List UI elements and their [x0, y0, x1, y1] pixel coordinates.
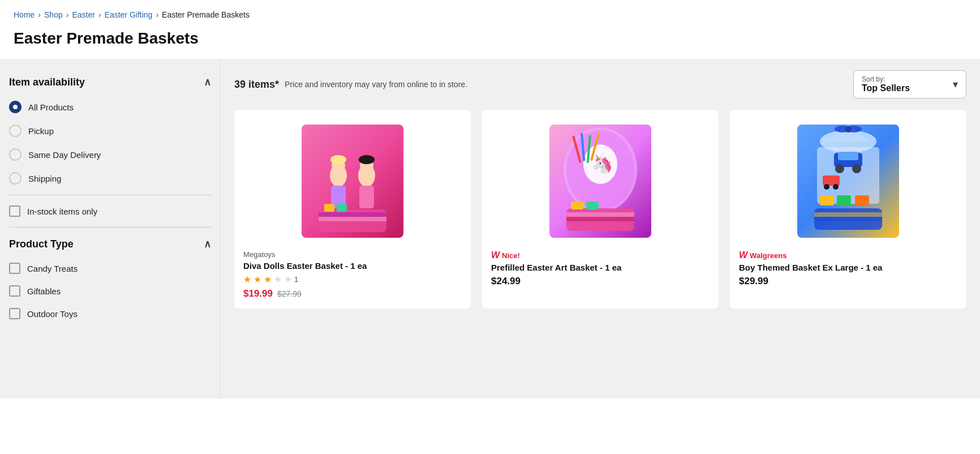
- radio-all-products-label: All Products: [28, 102, 74, 112]
- product-stars-1: ★ ★ ★ ★ ★ 1: [243, 274, 462, 285]
- breadcrumb-easter[interactable]: Easter: [72, 10, 94, 19]
- star-1-1: ★: [243, 274, 251, 285]
- radio-shipping: [9, 172, 22, 185]
- item-availability-header[interactable]: Item availability ∧: [9, 70, 211, 95]
- breadcrumb-home[interactable]: Home: [14, 10, 35, 19]
- filter-instock-only[interactable]: In-stock items only: [9, 200, 211, 222]
- product-name-text-2: Prefilled Easter Art Basket: [491, 263, 598, 272]
- svg-rect-1: [319, 212, 386, 217]
- filter-section-item-availability: Item availability ∧ All Products Pickup …: [9, 70, 211, 228]
- results-count-suffix: items*: [248, 79, 279, 90]
- svg-rect-11: [324, 204, 334, 212]
- svg-rect-43: [814, 212, 882, 217]
- product-svg-1: [307, 125, 398, 238]
- product-type-chevron: ∧: [204, 238, 211, 250]
- radio-same-day-delivery-label: Same Day Delivery: [28, 150, 101, 160]
- walgreens-w-icon-2: W: [491, 250, 500, 260]
- sort-content: Sort by: Top Sellers: [862, 75, 947, 93]
- filter-same-day-delivery[interactable]: Same Day Delivery: [9, 143, 211, 166]
- svg-rect-22: [566, 212, 634, 217]
- sort-value: Top Sellers: [862, 83, 947, 93]
- svg-rect-25: [586, 202, 599, 209]
- product-card-1[interactable]: Megatoys Diva Dolls Easter Basket - 1 ea…: [234, 110, 471, 309]
- results-count-number: 39: [234, 79, 246, 90]
- product-brand-1: Megatoys: [243, 250, 462, 259]
- price-regular-3: $29.99: [739, 276, 768, 287]
- product-type-header[interactable]: Product Type ∧: [9, 232, 211, 257]
- price-original-1: $27.99: [277, 289, 302, 298]
- product-size-2: - 1 ea: [600, 263, 621, 272]
- divider-2: [9, 227, 211, 228]
- filter-pickup[interactable]: Pickup: [9, 119, 211, 143]
- product-name-2: Prefilled Easter Art Basket - 1 ea: [491, 263, 710, 272]
- breadcrumb-current: Easter Premade Baskets: [162, 10, 250, 19]
- svg-rect-40: [837, 195, 851, 205]
- main-layout: Item availability ∧ All Products Pickup …: [0, 59, 980, 399]
- product-card-2[interactable]: 🦄: [482, 110, 719, 309]
- checkbox-instock: [9, 205, 20, 217]
- product-img-placeholder-3: [797, 125, 899, 238]
- product-area: 39 items* Price and inventory may vary f…: [221, 59, 980, 399]
- results-info: 39 items* Price and inventory may vary f…: [234, 79, 467, 91]
- svg-rect-41: [855, 195, 869, 205]
- breadcrumb-shop[interactable]: Shop: [44, 10, 63, 19]
- product-grid: Megatoys Diva Dolls Easter Basket - 1 ea…: [234, 110, 966, 309]
- walgreens-w-icon-3: W: [739, 250, 747, 260]
- results-bar: 39 items* Price and inventory may vary f…: [234, 70, 966, 98]
- checkbox-giftables-label: Giftables: [27, 286, 61, 296]
- breadcrumb-easter-gifting[interactable]: Easter Gifting: [105, 10, 153, 19]
- star-1-3: ★: [264, 274, 272, 285]
- svg-text:🦄: 🦄: [592, 154, 613, 174]
- svg-rect-23: [566, 217, 634, 221]
- price-row-3: $29.99: [739, 276, 957, 287]
- svg-rect-36: [823, 175, 840, 186]
- sort-chevron-icon: ▾: [953, 78, 958, 91]
- star-1-4: ★: [274, 274, 282, 285]
- svg-point-38: [833, 184, 839, 190]
- svg-point-10: [359, 155, 375, 164]
- svg-rect-24: [571, 202, 583, 209]
- sidebar: Item availability ∧ All Products Pickup …: [0, 59, 221, 399]
- product-svg-3: [803, 125, 893, 238]
- walgreens-label-3: Walgreens: [750, 251, 786, 260]
- review-count-1: 1: [294, 275, 298, 284]
- svg-point-37: [824, 184, 829, 190]
- filter-candy-treats[interactable]: Candy Treats: [9, 257, 211, 280]
- sort-select[interactable]: Sort by: Top Sellers ▾: [853, 70, 966, 98]
- sort-label: Sort by:: [862, 75, 947, 83]
- price-sale-1: $19.99: [243, 288, 273, 299]
- product-image-2: 🦄: [491, 119, 710, 243]
- product-brand-2: W Nice!: [491, 250, 710, 260]
- filter-section-product-type: Product Type ∧ Candy Treats Giftables Ou…: [9, 232, 211, 325]
- checkbox-giftables: [9, 285, 20, 297]
- product-image-1: [243, 119, 462, 243]
- product-img-placeholder-2: 🦄: [549, 125, 651, 238]
- svg-rect-44: [814, 217, 882, 221]
- checkbox-candy-treats-label: Candy Treats: [27, 264, 78, 273]
- svg-point-34: [852, 164, 861, 173]
- filter-all-products[interactable]: All Products: [9, 95, 211, 119]
- star-1-2: ★: [253, 274, 261, 285]
- radio-pickup: [9, 125, 22, 137]
- filter-giftables[interactable]: Giftables: [9, 280, 211, 302]
- svg-rect-12: [337, 204, 347, 212]
- product-card-3[interactable]: W Walgreens Boy Themed Basket Ex Large -…: [730, 110, 966, 309]
- breadcrumb-sep-4: ›: [156, 10, 158, 19]
- breadcrumb: Home › Shop › Easter › Easter Gifting › …: [0, 0, 980, 25]
- svg-point-30: [845, 126, 852, 132]
- results-count: 39 items*: [234, 79, 279, 91]
- filter-outdoor-toys[interactable]: Outdoor Toys: [9, 302, 211, 325]
- product-name-text-1: Diva Dolls Easter Basket: [243, 261, 343, 271]
- svg-rect-35: [838, 152, 858, 160]
- checkbox-instock-label: In-stock items only: [27, 207, 97, 216]
- product-svg-2: 🦄: [555, 125, 646, 238]
- star-1-5: ★: [284, 274, 292, 285]
- price-row-2: $24.99: [491, 276, 710, 287]
- page-title: Easter Premade Baskets: [0, 25, 980, 59]
- price-row-1: $19.99 $27.99: [243, 288, 462, 299]
- breadcrumb-sep-3: ›: [98, 10, 101, 19]
- product-size-3: - 1 ea: [861, 263, 882, 272]
- product-image-3: [739, 119, 957, 243]
- filter-shipping[interactable]: Shipping: [9, 166, 211, 190]
- radio-pickup-label: Pickup: [28, 126, 54, 136]
